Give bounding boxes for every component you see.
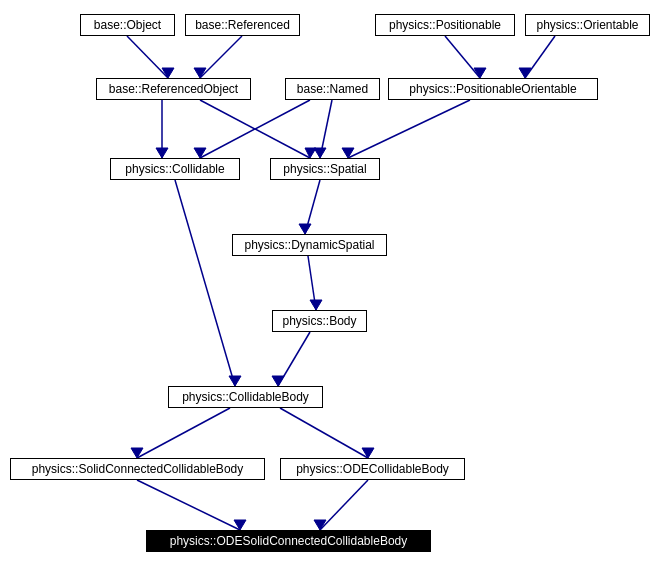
- node-base-named: base::Named: [285, 78, 380, 100]
- node-physics-collidablebody: physics::CollidableBody: [168, 386, 323, 408]
- node-physics-collidable: physics::Collidable: [110, 158, 240, 180]
- svg-marker-3: [194, 68, 206, 78]
- svg-marker-23: [229, 376, 241, 386]
- svg-line-10: [200, 100, 310, 158]
- node-physics-body: physics::Body: [272, 310, 367, 332]
- svg-marker-17: [342, 148, 354, 158]
- svg-marker-7: [305, 148, 316, 158]
- svg-marker-19: [299, 224, 311, 234]
- svg-marker-25: [272, 376, 284, 386]
- node-physics-odesolid: physics::ODESolidConnectedCollidableBody: [146, 530, 431, 552]
- svg-marker-9: [314, 148, 326, 158]
- svg-marker-31: [234, 520, 246, 530]
- node-physics-orientable: physics::Orientable: [525, 14, 650, 36]
- svg-marker-33: [314, 520, 326, 530]
- svg-line-2: [200, 36, 242, 78]
- svg-marker-11: [194, 148, 206, 158]
- svg-line-12: [445, 36, 480, 78]
- node-physics-positionableorientable: physics::PositionableOrientable: [388, 78, 598, 100]
- svg-marker-5: [156, 148, 168, 158]
- node-physics-solidconnected: physics::SolidConnectedCollidableBody: [10, 458, 265, 480]
- svg-line-28: [280, 408, 368, 458]
- node-base-object: base::Object: [80, 14, 175, 36]
- svg-line-32: [320, 480, 368, 530]
- svg-line-6: [200, 100, 310, 158]
- node-base-referencedobject: base::ReferencedObject: [96, 78, 251, 100]
- svg-line-0: [127, 36, 168, 78]
- svg-marker-27: [131, 448, 143, 458]
- svg-line-8: [320, 100, 332, 158]
- node-physics-spatial: physics::Spatial: [270, 158, 380, 180]
- svg-line-18: [305, 180, 320, 234]
- svg-line-24: [278, 332, 310, 386]
- svg-line-30: [137, 480, 240, 530]
- class-diagram: base::Object base::Referenced physics::P…: [0, 0, 658, 584]
- svg-marker-13: [474, 68, 486, 78]
- node-base-referenced: base::Referenced: [185, 14, 300, 36]
- svg-marker-29: [362, 448, 374, 458]
- svg-line-26: [137, 408, 230, 458]
- node-physics-positionable: physics::Positionable: [375, 14, 515, 36]
- svg-line-22: [175, 180, 235, 386]
- node-physics-odecollidable: physics::ODECollidableBody: [280, 458, 465, 480]
- svg-marker-1: [162, 68, 174, 78]
- node-physics-dynamicspatial: physics::DynamicSpatial: [232, 234, 387, 256]
- svg-line-14: [525, 36, 555, 78]
- svg-marker-21: [310, 300, 322, 310]
- svg-marker-15: [519, 68, 531, 78]
- svg-line-20: [308, 256, 316, 310]
- svg-line-16: [348, 100, 470, 158]
